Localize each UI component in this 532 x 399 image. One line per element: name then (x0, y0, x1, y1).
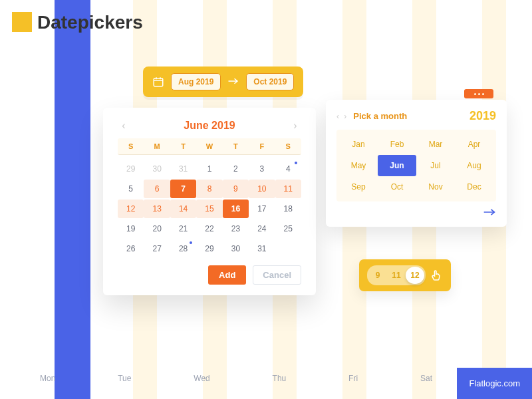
month-cell[interactable]: Jan (339, 134, 378, 155)
calendar-day[interactable]: 5 (118, 180, 144, 198)
calendar-prev-button[interactable]: ‹ (118, 120, 130, 132)
page-title: Datepickers (37, 12, 143, 33)
footer-day-labels: MonTueWedThuFriSat (40, 374, 432, 383)
calendar-day[interactable]: 31 (249, 239, 275, 258)
calendar-day[interactable]: 12 (118, 200, 144, 218)
footer-day: Fri (348, 374, 358, 383)
month-cell[interactable]: Jul (416, 155, 455, 176)
drag-handle-icon[interactable] (464, 89, 493, 98)
month-cell[interactable]: Nov (416, 176, 455, 198)
calendar-day[interactable]: 17 (249, 200, 275, 218)
range-from-button[interactable]: Aug 2019 (171, 73, 221, 90)
calendar-day[interactable]: 3 (249, 160, 275, 178)
calendar-weekday: T (170, 142, 196, 150)
calendar-weekday: M (144, 142, 170, 150)
month-picker-year[interactable]: 2019 (469, 109, 496, 123)
month-picker-nav[interactable]: ‹ › (336, 112, 348, 121)
month-cell[interactable]: Sep (339, 176, 378, 198)
calendar-day[interactable]: 2 (223, 160, 249, 178)
month-cell[interactable]: Dec (455, 176, 493, 198)
brand-badge[interactable]: Flatlogic.com (457, 368, 532, 399)
arrow-right-icon (227, 76, 239, 88)
range-to-button[interactable]: Oct 2019 (246, 73, 294, 90)
calendar-next-button[interactable]: › (289, 120, 301, 132)
footer-day: Wed (194, 374, 209, 383)
month-cell[interactable]: Jun (378, 155, 416, 176)
footer-day: Thu (273, 374, 287, 383)
time-option[interactable]: 11 (387, 267, 406, 284)
month-cell[interactable]: May (339, 155, 378, 176)
calendar-weekday: S (275, 142, 301, 150)
month-cell[interactable]: Mar (416, 134, 455, 155)
calendar-day[interactable]: 7 (170, 180, 196, 198)
arrow-right-icon[interactable] (483, 207, 496, 219)
calendar-day[interactable]: 14 (170, 200, 196, 218)
date-range-picker[interactable]: Aug 2019 Oct 2019 (143, 66, 303, 97)
add-button[interactable]: Add (208, 265, 246, 285)
calendar-day[interactable]: 6 (144, 180, 170, 198)
calendar-day[interactable]: 30 (144, 160, 170, 178)
svg-rect-0 (154, 78, 163, 86)
calendar-card: ‹ June 2019 › SMTWTFS 293031123456789101… (103, 108, 316, 295)
calendar-day[interactable]: 27 (144, 239, 170, 258)
month-cell[interactable]: Oct (378, 176, 416, 198)
calendar-day[interactable]: 24 (249, 219, 275, 238)
bg-stripe-blue (55, 0, 90, 399)
time-toggle[interactable]: 91112 (359, 259, 451, 291)
calendar-day[interactable]: 23 (223, 219, 249, 238)
pointer-hand-icon (430, 268, 443, 283)
month-cell[interactable]: Feb (378, 134, 416, 155)
accent-square (12, 12, 32, 32)
calendar-day[interactable]: 21 (170, 219, 196, 238)
time-option[interactable]: 12 (406, 267, 424, 284)
month-cell[interactable]: Aug (455, 155, 493, 176)
calendar-day[interactable]: 29 (196, 239, 222, 258)
calendar-day[interactable]: 18 (275, 200, 301, 218)
footer-day: Mon (40, 374, 55, 383)
calendar-title: June 2019 (184, 120, 235, 132)
calendar-day[interactable] (275, 239, 301, 258)
calendar-day[interactable]: 9 (223, 180, 249, 198)
calendar-day[interactable]: 29 (118, 160, 144, 178)
month-grid: JanFebMarAprMayJunJulAugSepOctNovDec (336, 130, 496, 201)
calendar-day[interactable]: 25 (275, 219, 301, 238)
month-cell[interactable]: Apr (455, 134, 493, 155)
calendar-weekday: W (196, 142, 222, 150)
calendar-day[interactable]: 1 (196, 160, 222, 178)
calendar-day[interactable]: 20 (144, 219, 170, 238)
cancel-button[interactable]: Cancel (253, 265, 301, 285)
calendar-day[interactable]: 19 (118, 219, 144, 238)
calendar-day[interactable]: 8 (196, 180, 222, 198)
time-option[interactable]: 9 (368, 267, 387, 284)
calendar-weekday: T (223, 142, 249, 150)
footer-day: Sat (420, 374, 432, 383)
calendar-weekday-row: SMTWTFS (118, 138, 301, 155)
calendar-grid: 2930311234567891011121314151617181920212… (118, 159, 301, 259)
calendar-day[interactable]: 16 (223, 200, 249, 218)
calendar-day[interactable]: 13 (144, 200, 170, 218)
calendar-day[interactable]: 4 (275, 160, 301, 178)
calendar-day[interactable]: 15 (196, 200, 222, 218)
month-picker-label: Pick a month (348, 111, 469, 121)
calendar-day[interactable]: 10 (249, 180, 275, 198)
calendar-weekday: S (118, 142, 144, 150)
calendar-day[interactable]: 11 (275, 180, 301, 198)
calendar-day[interactable]: 30 (223, 239, 249, 258)
footer-day: Tue (118, 374, 131, 383)
calendar-icon (152, 76, 164, 88)
month-picker-card: ‹ › Pick a month 2019 JanFebMarAprMayJun… (326, 100, 507, 227)
calendar-day[interactable]: 28 (170, 239, 196, 258)
calendar-day[interactable]: 26 (118, 239, 144, 258)
calendar-weekday: F (249, 142, 275, 150)
time-toggle-track[interactable]: 91112 (367, 265, 426, 285)
calendar-day[interactable]: 22 (196, 219, 222, 238)
calendar-day[interactable]: 31 (170, 160, 196, 178)
